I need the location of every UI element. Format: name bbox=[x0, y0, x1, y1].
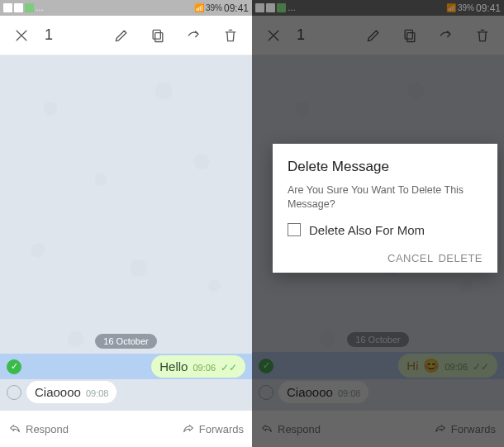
dialog-title: Delete Message bbox=[288, 159, 483, 175]
selection-toolbar: 1 bbox=[0, 16, 252, 55]
respond-label: Respond bbox=[26, 423, 69, 435]
confirm-delete-button[interactable]: DELETE bbox=[438, 252, 483, 264]
screen-right: … 📶 39% 09:41 1 16 October Hi 😊 09:06 ✓✓ bbox=[252, 0, 504, 447]
checkbox-icon[interactable] bbox=[288, 223, 301, 236]
edit-button[interactable] bbox=[103, 16, 140, 55]
reply-icon bbox=[8, 421, 21, 437]
battery-text: 39% bbox=[206, 3, 222, 12]
status-bar: … 📶 39% 09:41 bbox=[0, 0, 252, 16]
forward-button[interactable] bbox=[176, 16, 212, 55]
copy-button[interactable] bbox=[140, 16, 176, 55]
notif-icon bbox=[3, 3, 12, 12]
clock-text: 09:41 bbox=[224, 2, 249, 14]
delete-button[interactable] bbox=[212, 16, 249, 55]
svg-rect-1 bbox=[153, 30, 160, 39]
forwards-button[interactable]: Forwards bbox=[182, 421, 244, 437]
forwards-label: Forwards bbox=[199, 423, 244, 435]
chat-area: 16 October Hello 09:06 ✓✓ Ciaoooo 09:08 bbox=[0, 55, 252, 410]
more-icon: … bbox=[36, 3, 47, 12]
delete-dialog: Delete Message Are You Sure You Want To … bbox=[273, 144, 497, 273]
dialog-body: Are You Sure You Want To Delete This Mes… bbox=[288, 183, 483, 212]
svg-rect-0 bbox=[155, 32, 163, 41]
cancel-button[interactable]: CANCEL bbox=[388, 252, 433, 264]
screen-left: … 📶 39% 09:41 1 16 October Hello 09:06 ✓… bbox=[0, 0, 252, 447]
checkbox-label: Delete Also For Mom bbox=[309, 223, 425, 237]
chat-background bbox=[0, 55, 252, 410]
signal-icon: 📶 bbox=[194, 3, 204, 12]
close-button[interactable] bbox=[3, 16, 40, 55]
forward-icon bbox=[182, 421, 195, 437]
selection-count: 1 bbox=[40, 26, 64, 44]
footer-bar: Respond Forwards bbox=[0, 410, 252, 447]
respond-button[interactable]: Respond bbox=[8, 421, 69, 437]
notif-icon bbox=[14, 3, 23, 12]
delete-also-row[interactable]: Delete Also For Mom bbox=[288, 223, 483, 237]
notif-icon bbox=[25, 3, 34, 12]
